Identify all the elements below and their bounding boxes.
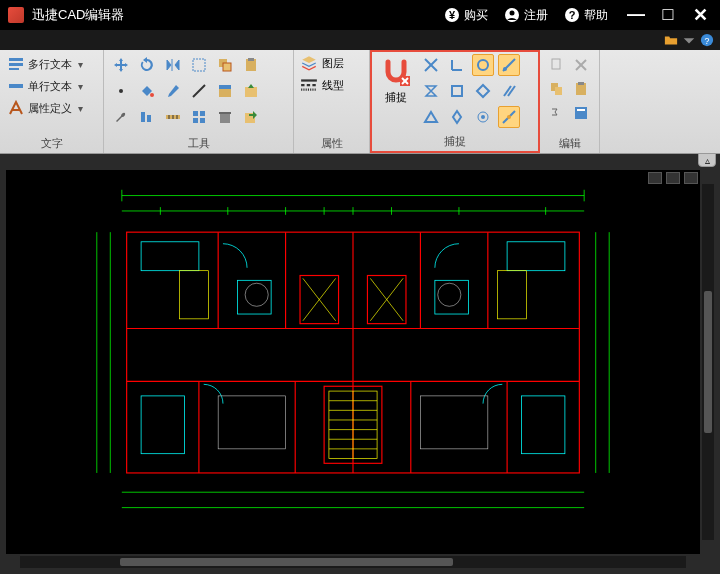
- svg-rect-54: [552, 59, 560, 69]
- svg-rect-22: [245, 87, 257, 97]
- mirror-icon[interactable]: [162, 54, 184, 76]
- snap-diamond-icon[interactable]: [472, 80, 494, 102]
- svg-rect-33: [220, 114, 230, 123]
- export-icon[interactable]: [240, 106, 262, 128]
- doc-close-icon[interactable]: [684, 172, 698, 184]
- svg-point-118: [245, 283, 268, 306]
- select-box-icon[interactable]: [188, 54, 210, 76]
- register-button[interactable]: 注册: [496, 0, 556, 30]
- snap-tangent-icon[interactable]: [498, 54, 520, 76]
- drawing-canvas[interactable]: [6, 170, 700, 554]
- snap-parallel-icon[interactable]: [498, 80, 520, 102]
- svg-rect-21: [219, 85, 231, 89]
- snap-nearest-icon[interactable]: [498, 106, 520, 128]
- cut-icon[interactable]: [546, 54, 568, 76]
- app-icon: [8, 7, 24, 23]
- snap-circle-icon[interactable]: [472, 54, 494, 76]
- svg-rect-11: [9, 84, 23, 88]
- svg-rect-34: [219, 112, 231, 114]
- undo-icon[interactable]: [546, 102, 568, 124]
- svg-rect-117: [420, 396, 487, 449]
- svg-rect-30: [200, 111, 205, 116]
- folder-icon[interactable]: [664, 33, 678, 47]
- svg-rect-14: [223, 63, 231, 71]
- svg-rect-60: [578, 82, 584, 85]
- triangle-icon[interactable]: [682, 33, 696, 47]
- svg-rect-32: [200, 118, 205, 123]
- snap-group-label: 捕捉: [378, 132, 532, 149]
- snap-square-icon[interactable]: [446, 80, 468, 102]
- svg-rect-114: [180, 271, 209, 319]
- svg-rect-58: [555, 87, 562, 95]
- titlebar: 迅捷CAD编辑器 ¥ 购买 注册 ? 帮助 — □ ✕: [0, 0, 720, 30]
- svg-rect-97: [507, 242, 565, 271]
- buy-button[interactable]: ¥ 购买: [436, 0, 496, 30]
- clipboard-icon[interactable]: [570, 78, 592, 100]
- help-button[interactable]: ? 帮助: [556, 0, 616, 30]
- close-button[interactable]: ✕: [688, 4, 712, 26]
- svg-rect-47: [452, 86, 462, 96]
- svg-rect-116: [218, 396, 285, 449]
- app-title: 迅捷CAD编辑器: [32, 6, 124, 24]
- vertical-scroll-thumb[interactable]: [704, 291, 712, 433]
- svg-rect-8: [9, 58, 23, 61]
- snap-quadrant-icon[interactable]: [446, 106, 468, 128]
- rotate-icon[interactable]: [136, 54, 158, 76]
- wrench-icon[interactable]: [110, 106, 132, 128]
- doc-max-icon[interactable]: [666, 172, 680, 184]
- singleline-text-button[interactable]: 单行文本▾: [6, 76, 85, 96]
- grid-icon[interactable]: [188, 106, 210, 128]
- svg-rect-62: [577, 109, 585, 111]
- svg-rect-16: [248, 58, 254, 61]
- snap-button[interactable]: 捕捉: [378, 54, 414, 107]
- svg-rect-61: [575, 107, 587, 119]
- copy2-icon[interactable]: [570, 54, 592, 76]
- vertical-scrollbar[interactable]: [700, 170, 716, 554]
- help-label: 帮助: [584, 7, 608, 24]
- svg-point-119: [438, 283, 461, 306]
- insert-icon[interactable]: [240, 80, 262, 102]
- quick-strip: ?: [0, 30, 720, 50]
- svg-rect-24: [147, 115, 151, 122]
- multiline-text-button[interactable]: 多行文本▾: [6, 54, 85, 74]
- register-label: 注册: [524, 7, 548, 24]
- help-round-icon[interactable]: ?: [700, 33, 714, 47]
- purge-icon[interactable]: [214, 106, 236, 128]
- block-icon[interactable]: [214, 80, 236, 102]
- svg-rect-10: [9, 68, 19, 70]
- align-icon[interactable]: [136, 106, 158, 128]
- snap-triangle-icon[interactable]: [420, 106, 442, 128]
- ribbon-collapse-button[interactable]: ▵: [698, 153, 716, 167]
- svg-rect-29: [193, 111, 198, 116]
- svg-rect-23: [141, 112, 145, 122]
- buy-label: 购买: [464, 7, 488, 24]
- doc-min-icon[interactable]: [648, 172, 662, 184]
- paste2-icon[interactable]: [546, 78, 568, 100]
- copy-icon[interactable]: [214, 54, 236, 76]
- svg-point-46: [503, 67, 507, 71]
- horizontal-scroll-thumb[interactable]: [120, 558, 453, 566]
- bucket-icon[interactable]: [136, 80, 158, 102]
- snap-center-icon[interactable]: [472, 106, 494, 128]
- horizontal-scrollbar[interactable]: [6, 554, 700, 570]
- svg-rect-115: [497, 271, 526, 319]
- maximize-button[interactable]: □: [656, 4, 680, 26]
- attr-def-button[interactable]: 属性定义▾: [6, 98, 85, 118]
- snap-perpendicular-icon[interactable]: [446, 54, 468, 76]
- props-icon[interactable]: [570, 102, 592, 124]
- dot-icon[interactable]: [110, 80, 132, 102]
- svg-rect-12: [193, 59, 205, 71]
- linetype-button[interactable]: 线型: [300, 76, 344, 94]
- snap-hourglass-icon[interactable]: [420, 80, 442, 102]
- svg-rect-96: [141, 242, 199, 271]
- line-icon[interactable]: [188, 80, 210, 102]
- move-icon[interactable]: [110, 54, 132, 76]
- snap-endpoint-icon[interactable]: [420, 54, 442, 76]
- minimize-button[interactable]: —: [624, 4, 648, 26]
- svg-point-3: [510, 11, 515, 16]
- svg-rect-31: [193, 118, 198, 123]
- paste-icon[interactable]: [240, 54, 262, 76]
- measure-icon[interactable]: [162, 106, 184, 128]
- eyedrop-icon[interactable]: [162, 80, 184, 102]
- layer-button[interactable]: 图层: [300, 54, 344, 72]
